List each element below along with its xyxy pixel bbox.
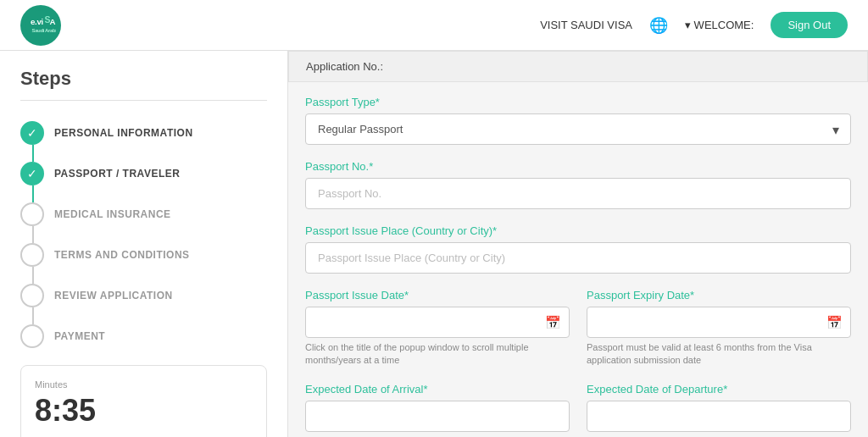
- logo-icon: e.vi S A Saudi Arabia: [20, 5, 61, 46]
- passport-type-label: Passport Type*: [305, 96, 851, 108]
- passport-issue-date-label: Passport Issue Date*: [305, 289, 570, 301]
- sidebar: Steps ✓ PERSONAL INFORMATION ✓ PASSPORT …: [0, 51, 288, 437]
- passport-no-input[interactable]: [305, 178, 851, 209]
- timer-label: Minutes: [35, 379, 253, 390]
- passport-no-label: Passport No.*: [305, 160, 851, 173]
- svg-text:Saudi Arabia: Saudi Arabia: [32, 27, 57, 32]
- sign-out-button[interactable]: Sign Out: [771, 12, 848, 38]
- passport-no-group: Passport No.*: [305, 160, 851, 209]
- step-label-medical: MEDICAL INSURANCE: [54, 208, 171, 220]
- passport-expiry-date-input[interactable]: [587, 307, 851, 338]
- calendar-icon[interactable]: 📅: [545, 315, 561, 330]
- passport-expiry-date-hint: Passport must be valid at least 6 months…: [587, 341, 851, 368]
- app-no-label: Application No.:: [306, 60, 383, 73]
- step-label-terms: TERMS AND CONDITIONS: [54, 249, 190, 261]
- svg-text:e.vi: e.vi: [31, 16, 43, 25]
- passport-expiry-date-label: Passport Expiry Date*: [587, 289, 851, 301]
- expected-arrival-input[interactable]: [305, 401, 570, 432]
- step-label-passport: PASSPORT / TRAVELER: [54, 168, 180, 180]
- passport-expiry-date-wrapper: 📅: [587, 307, 851, 338]
- passport-type-select[interactable]: Regular Passport Diplomatic Passport Ser…: [305, 113, 851, 145]
- header-nav: VISIT SAUDI VISA 🌐 ▾ WELCOME: Sign Out: [540, 12, 848, 38]
- steps-list: ✓ PERSONAL INFORMATION ✓ PASSPORT / TRAV…: [20, 121, 267, 348]
- welcome-text[interactable]: ▾ WELCOME:: [685, 19, 754, 31]
- step-circle-medical: [20, 202, 44, 226]
- step-payment: PAYMENT: [20, 324, 267, 348]
- passport-issue-date-wrapper: 📅: [305, 307, 570, 338]
- expected-departure-label: Expected Date of Departure*: [587, 383, 851, 396]
- passport-expiry-date-group: Passport Expiry Date* 📅 Passport must be…: [587, 289, 851, 368]
- expected-arrival-wrapper: [305, 401, 570, 432]
- step-circle-review: [20, 284, 44, 307]
- main-content: Steps ✓ PERSONAL INFORMATION ✓ PASSPORT …: [0, 51, 868, 437]
- form-container: Passport Type* Regular Passport Diplomat…: [288, 96, 868, 437]
- step-passport-traveler: ✓ PASSPORT / TRAVELER: [20, 162, 267, 185]
- calendar-icon-expiry[interactable]: 📅: [826, 315, 843, 330]
- step-review-application: REVIEW APPLICATION: [20, 284, 267, 307]
- expected-departure-wrapper: [587, 401, 851, 432]
- passport-issue-date-hint: Click on the title of the popup window t…: [305, 341, 570, 368]
- step-circle-personal-info: ✓: [20, 121, 44, 145]
- expected-arrival-group: Expected Date of Arrival*: [305, 383, 570, 432]
- step-circle-payment: [20, 324, 44, 348]
- step-circle-terms: [20, 243, 44, 267]
- header: e.vi S A Saudi Arabia VISIT SAUDI VISA 🌐…: [0, 0, 868, 51]
- arrival-departure-row: Expected Date of Arrival* Expected Date …: [305, 383, 851, 437]
- expected-arrival-label: Expected Date of Arrival*: [305, 383, 570, 396]
- logo: e.vi S A Saudi Arabia: [20, 5, 61, 46]
- visit-saudi-link[interactable]: VISIT SAUDI VISA: [540, 19, 632, 31]
- timer-card: Minutes 8:35 The session times out after…: [20, 365, 267, 437]
- timer-value: 8:35: [35, 393, 253, 429]
- date-row: Passport Issue Date* 📅 Click on the titl…: [305, 289, 851, 383]
- passport-issue-place-input[interactable]: [305, 242, 851, 274]
- step-circle-passport: ✓: [20, 162, 44, 185]
- sidebar-title: Steps: [20, 68, 267, 101]
- step-terms-conditions: TERMS AND CONDITIONS: [20, 243, 267, 267]
- passport-issue-place-group: Passport Issue Place (Country or City)*: [305, 224, 851, 274]
- step-medical-insurance: MEDICAL INSURANCE: [20, 202, 267, 226]
- svg-text:A: A: [50, 16, 56, 25]
- passport-type-group: Passport Type* Regular Passport Diplomat…: [305, 96, 851, 145]
- app-no-bar: Application No.:: [288, 51, 868, 82]
- step-personal-info: ✓ PERSONAL INFORMATION: [20, 121, 267, 145]
- expected-departure-input[interactable]: [587, 401, 851, 432]
- step-label-personal-info: PERSONAL INFORMATION: [54, 127, 193, 139]
- step-label-review: REVIEW APPLICATION: [54, 290, 173, 301]
- expected-departure-group: Expected Date of Departure*: [587, 383, 851, 432]
- form-area: Application No.: Passport Type* Regular …: [288, 51, 868, 437]
- globe-icon[interactable]: 🌐: [649, 16, 668, 35]
- passport-issue-date-input[interactable]: [305, 307, 570, 338]
- passport-issue-place-label: Passport Issue Place (Country or City)*: [305, 224, 851, 237]
- passport-issue-date-group: Passport Issue Date* 📅 Click on the titl…: [305, 289, 570, 368]
- step-label-payment: PAYMENT: [54, 330, 105, 342]
- passport-type-select-wrapper: Regular Passport Diplomatic Passport Ser…: [305, 113, 851, 145]
